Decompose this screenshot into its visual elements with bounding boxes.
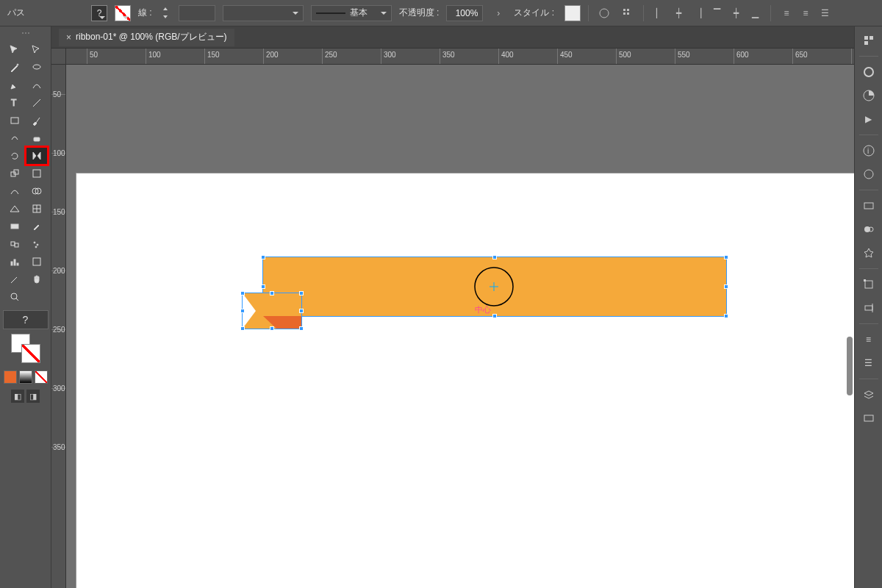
selection-handle[interactable]: [261, 255, 265, 259]
symbols-panel-icon[interactable]: [861, 245, 877, 261]
line-segment-tool[interactable]: [26, 94, 48, 112]
document-tab[interactable]: × ribbon-01* @ 100% (RGB/プレビュー): [59, 29, 234, 46]
align-bottom-icon[interactable]: ▁: [747, 5, 763, 21]
edit-toolbar-button[interactable]: ?: [3, 310, 49, 329]
graphic-style-swatch[interactable]: [564, 5, 581, 21]
ruler-origin[interactable]: [51, 49, 66, 65]
brushes-panel-icon[interactable]: [861, 221, 877, 237]
draw-normal-button[interactable]: ◧: [11, 390, 24, 403]
align-left-icon[interactable]: ▏: [651, 5, 667, 21]
selection-handle[interactable]: [270, 326, 274, 331]
align-vcenter-icon[interactable]: ┿: [728, 5, 744, 21]
align-top-icon[interactable]: ▔: [709, 5, 725, 21]
opacity-input[interactable]: 100%: [446, 5, 483, 21]
none-mode-button[interactable]: [35, 370, 48, 384]
slice-tool[interactable]: [4, 270, 26, 288]
selection-handle[interactable]: [299, 291, 304, 295]
stroke-indicator[interactable]: [21, 344, 40, 363]
variable-width-profile[interactable]: [223, 5, 304, 21]
horizontal-ruler[interactable]: 5010015020025030035040045050055060065070…: [66, 49, 854, 65]
recolor-icon[interactable]: [596, 5, 612, 21]
layers-panel-icon[interactable]: [861, 387, 877, 403]
eraser-tool[interactable]: [26, 129, 48, 147]
direct-selection-tool[interactable]: [26, 41, 48, 59]
align-hcenter-icon[interactable]: ┿: [670, 5, 686, 21]
reflect-center-mark[interactable]: 中心: [472, 265, 516, 309]
brush-definition[interactable]: 基本: [311, 5, 392, 21]
shaper-tool[interactable]: [4, 129, 26, 147]
canvas[interactable]: 中心: [66, 65, 854, 588]
asset-export-panel-icon[interactable]: [861, 410, 877, 426]
svg-rect-9: [11, 118, 18, 123]
width-tool[interactable]: [4, 182, 26, 200]
opacity-arrow-icon[interactable]: ›: [490, 5, 506, 21]
paintbrush-tool[interactable]: [26, 112, 48, 129]
selection-handle[interactable]: [492, 314, 497, 318]
selection-handle[interactable]: [240, 326, 245, 331]
curvature-tool[interactable]: [26, 76, 48, 94]
stroke-panel-icon[interactable]: [861, 166, 877, 182]
selection-handle[interactable]: [492, 255, 497, 259]
vertical-scrollbar-thumb[interactable]: [847, 337, 853, 395]
free-transform-tool[interactable]: [26, 165, 48, 182]
zoom-tool[interactable]: [4, 288, 26, 306]
fill-stroke-indicator[interactable]: [11, 334, 40, 363]
libraries-panel-icon[interactable]: ▶: [861, 111, 877, 127]
color-guide-panel-icon[interactable]: [861, 87, 877, 104]
selection-handle[interactable]: [261, 284, 265, 289]
scale-tool[interactable]: [4, 165, 26, 182]
blend-tool[interactable]: [4, 235, 26, 253]
panel-drag-handle[interactable]: [17, 32, 35, 37]
reflect-tool[interactable]: [26, 147, 48, 165]
rectangle-tool[interactable]: [4, 112, 26, 129]
isolate-icon[interactable]: ☰: [817, 5, 833, 21]
close-tab-icon[interactable]: ×: [66, 32, 71, 43]
transform-panel-icon[interactable]: [861, 276, 877, 293]
properties-panel-icon[interactable]: [861, 32, 877, 49]
selection-handle[interactable]: [724, 314, 728, 318]
stroke-weight-stepper[interactable]: [159, 5, 171, 21]
align-panel-icon[interactable]: [861, 300, 877, 316]
distribute-h-icon[interactable]: ≡: [778, 5, 795, 21]
selection-handle[interactable]: [270, 291, 274, 295]
color-panel-icon[interactable]: [861, 64, 877, 80]
eyedropper-tool[interactable]: [26, 218, 48, 235]
stroke-weight-input[interactable]: [179, 5, 215, 21]
align-to-pixel-icon[interactable]: [620, 5, 636, 21]
graphic-styles-panel-icon[interactable]: ☰: [861, 355, 877, 371]
selection-handle[interactable]: [240, 291, 245, 295]
gradient-mode-button[interactable]: [19, 370, 32, 384]
vertical-ruler[interactable]: 50100150200250300350: [51, 65, 66, 588]
info-panel-icon[interactable]: i: [861, 143, 877, 159]
stroke-swatch[interactable]: [115, 5, 131, 21]
gradient-tool[interactable]: [4, 218, 26, 235]
ribbon-tail-shape[interactable]: [243, 293, 301, 329]
rotate-tool[interactable]: [4, 147, 26, 165]
magic-wand-tool[interactable]: [4, 59, 26, 76]
selection-handle[interactable]: [240, 309, 245, 313]
symbol-sprayer-tool[interactable]: [26, 235, 48, 253]
selection-handle[interactable]: [724, 284, 728, 289]
shape-builder-tool[interactable]: [26, 182, 48, 200]
appearance-panel-icon[interactable]: ≡: [861, 331, 877, 348]
fill-swatch[interactable]: ?: [91, 5, 107, 21]
artboard-tool[interactable]: [26, 253, 48, 270]
column-graph-tool[interactable]: [4, 253, 26, 270]
selection-handle[interactable]: [299, 326, 304, 331]
selection-handle[interactable]: [724, 255, 728, 259]
svg-rect-20: [11, 224, 18, 229]
lasso-tool[interactable]: [26, 59, 48, 76]
mesh-tool[interactable]: [26, 200, 48, 218]
align-right-icon[interactable]: ▕: [689, 5, 706, 21]
hand-tool[interactable]: [26, 270, 48, 288]
type-tool[interactable]: T: [4, 94, 26, 112]
stroke-label: 線 :: [138, 7, 152, 19]
perspective-grid-tool[interactable]: [4, 200, 26, 218]
swatches-panel-icon[interactable]: [861, 198, 877, 214]
distribute-v-icon[interactable]: ≡: [797, 5, 814, 21]
color-mode-button[interactable]: [4, 370, 17, 384]
draw-behind-button[interactable]: ◨: [26, 390, 40, 403]
selection-handle[interactable]: [299, 309, 304, 313]
selection-tool[interactable]: [4, 41, 26, 59]
pen-tool[interactable]: [4, 76, 26, 94]
